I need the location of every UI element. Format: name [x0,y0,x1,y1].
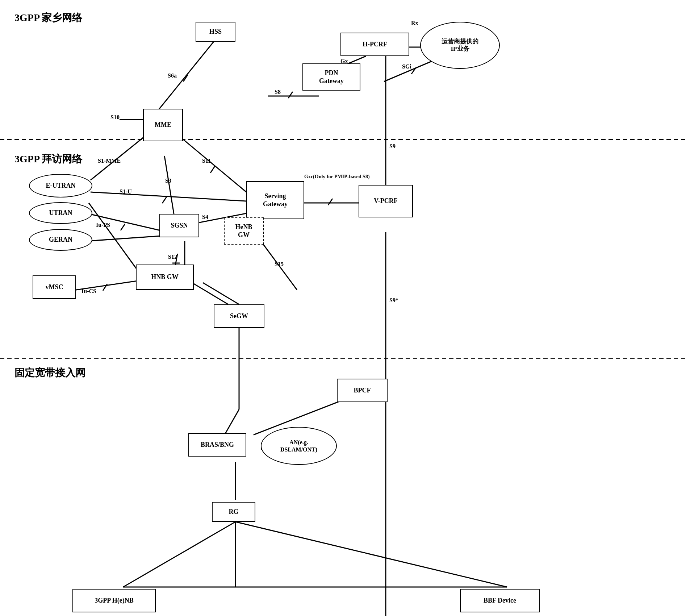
sgsn-node: SGSN [159,214,199,237]
s12-label: S12 [168,254,177,260]
henb-gw-node: HeNB GW [224,217,264,245]
e-utran-node: E-UTRAN [29,174,92,197]
s8-label: S8 [275,89,281,95]
hss-node: HSS [196,22,235,42]
3gpp-henb-node: 3GPP H(e)NB [72,589,156,612]
sgi-label: SGi [402,63,411,70]
svg-line-34 [103,284,107,291]
diagram-container: 3GPP 家乡网络 3GPP 拜访网络 固定宽带接入网 HSS H-PCRF 运… [0,0,686,616]
s1-mme-label: S1-MME [98,158,121,164]
svg-line-13 [181,138,246,192]
ip-service-node: 运营商提供的 IP业务 [420,22,500,69]
bras-bng-node: BRAS/BNG [188,433,246,457]
svg-line-11 [288,92,293,98]
svg-line-14 [210,166,215,173]
svg-line-17 [91,192,246,201]
svg-line-9 [411,68,416,74]
serving-gateway-node: Serving Gateway [246,181,304,219]
vmsc-node: vMSC [33,275,76,299]
an-node: AN(e.g. DSLAM/ONT) [261,427,337,465]
iu-ps-label: Iu-PS [96,222,110,228]
svg-line-42 [123,522,235,587]
connection-lines [0,0,686,616]
mme-node: MME [143,109,183,141]
s9-label: S9 [389,143,396,150]
svg-line-18 [162,197,167,203]
v-pcrf-node: V-PCRF [359,185,413,217]
svg-line-35 [89,203,141,275]
bpcf-node: BPCF [337,379,388,402]
s11-label: S11 [202,158,211,164]
pdn-gateway-node: PDN Gateway [302,63,360,91]
svg-line-32 [203,283,239,304]
gx-label: Gx [340,58,348,64]
svg-line-2 [156,42,214,112]
s15-label: S15 [275,261,284,267]
s9star-label: S9* [389,297,398,304]
svg-line-21 [121,224,125,230]
bbf-device-node: BBF Device [460,589,540,612]
svg-line-31 [192,283,228,304]
svg-line-24 [328,199,332,205]
svg-line-22 [89,236,167,241]
fixed-broadband-label: 固定宽带接入网 [14,366,85,380]
iu-cs-label: Iu-CS [81,288,96,295]
s10-label: S10 [110,114,120,121]
s3-label: S3 [165,178,171,184]
home-network-label: 3GPP 家乡网络 [14,11,82,25]
rx-label: Rx [411,20,418,26]
s6a-label: S6a [168,72,177,79]
svg-line-16 [164,156,174,214]
gxc-label: Gxc(Only for PMIP-based S8) [304,174,370,180]
s1-u-label: S1-U [120,188,132,195]
segw-node: SeGW [214,304,264,328]
geran-node: GERAN [29,229,92,251]
rg-node: RG [212,502,255,522]
utran-node: UTRAN [29,202,92,224]
hnb-gw-node: HNB GW [136,265,194,290]
visiting-network-label: 3GPP 拜访网络 [14,152,82,166]
svg-line-3 [183,75,188,82]
s4-label: S4 [202,214,208,220]
h-pcrf-node: H-PCRF [340,33,409,56]
svg-line-44 [235,522,507,587]
svg-line-37 [225,409,239,435]
